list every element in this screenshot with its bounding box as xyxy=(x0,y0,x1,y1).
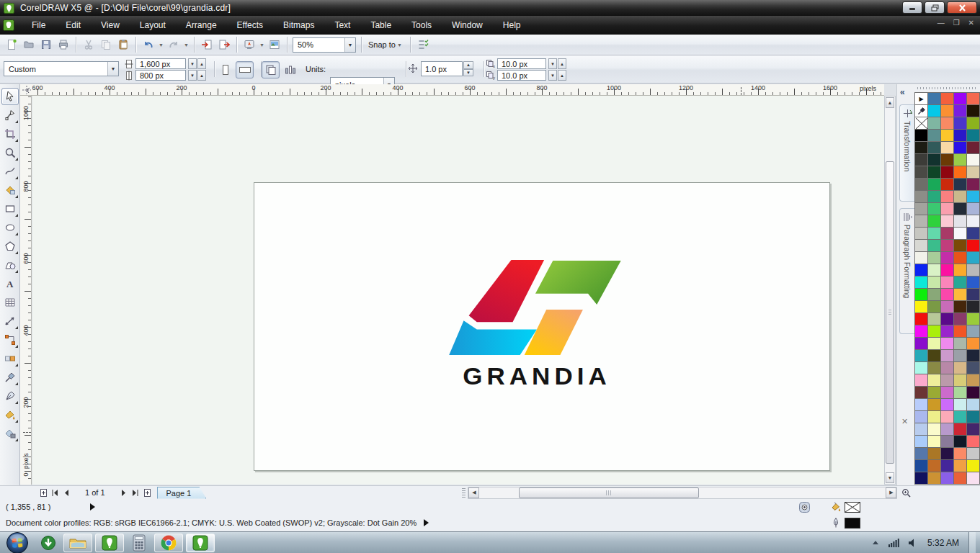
color-swatch[interactable] xyxy=(953,117,967,130)
color-swatch[interactable] xyxy=(927,190,941,203)
fill-color-indicator[interactable] xyxy=(830,501,860,513)
menu-bitmaps[interactable]: Bitmaps xyxy=(273,16,324,35)
color-swatch[interactable] xyxy=(953,239,967,252)
color-swatch[interactable] xyxy=(914,239,928,252)
tool-ellipse[interactable] xyxy=(1,219,19,236)
menu-view[interactable]: View xyxy=(91,16,130,35)
color-swatch[interactable] xyxy=(927,459,941,472)
docker-tab-transformation[interactable]: Transformation xyxy=(899,104,914,202)
tool-pick[interactable] xyxy=(1,88,19,105)
color-swatch[interactable] xyxy=(940,288,954,301)
color-swatch[interactable] xyxy=(966,349,980,362)
color-swatch[interactable] xyxy=(953,361,967,374)
color-swatch[interactable] xyxy=(940,153,954,166)
flyout-arrow-icon[interactable] xyxy=(15,251,18,254)
color-swatch[interactable] xyxy=(940,423,954,436)
color-swatch[interactable] xyxy=(953,435,967,448)
color-swatch[interactable] xyxy=(927,141,941,154)
color-swatch[interactable] xyxy=(966,104,980,117)
collapse-dockers-button[interactable]: « xyxy=(900,87,905,97)
zoom-navigator-button[interactable] xyxy=(900,487,912,498)
first-page-button[interactable] xyxy=(49,487,61,498)
color-swatch[interactable] xyxy=(966,337,980,350)
color-swatch[interactable] xyxy=(940,117,954,130)
color-swatch[interactable] xyxy=(914,361,928,374)
menu-help[interactable]: Help xyxy=(493,16,531,35)
color-swatch[interactable] xyxy=(940,435,954,448)
tool-connector[interactable] xyxy=(1,331,19,349)
color-swatch[interactable] xyxy=(914,227,928,240)
flyout-arrow-icon[interactable] xyxy=(15,382,18,385)
color-swatch[interactable] xyxy=(914,264,928,276)
page-size-preset-combo[interactable]: Custom ▼ xyxy=(4,61,119,76)
tool-smart-fill[interactable] xyxy=(1,181,19,199)
docker-close-button[interactable]: ✕ xyxy=(901,417,908,426)
color-swatch[interactable] xyxy=(940,313,954,325)
color-swatch[interactable] xyxy=(927,264,941,276)
color-swatch[interactable] xyxy=(927,276,941,289)
color-swatch[interactable] xyxy=(966,423,980,436)
color-swatch[interactable] xyxy=(966,276,980,289)
grandia-logo-mark[interactable] xyxy=(447,258,626,356)
tool-zoom[interactable] xyxy=(1,144,19,161)
document-page[interactable]: GRANDIA xyxy=(254,182,830,471)
color-swatch[interactable] xyxy=(966,325,980,338)
taskbar-item-google-chrome[interactable] xyxy=(154,534,183,552)
color-swatch[interactable] xyxy=(940,251,954,264)
mdi-restore-button[interactable]: ❐ xyxy=(953,19,960,27)
color-swatch[interactable] xyxy=(940,166,954,179)
color-swatch[interactable] xyxy=(966,117,980,130)
color-swatch[interactable] xyxy=(966,300,980,313)
color-swatch[interactable] xyxy=(953,288,967,301)
scroll-down-arrow[interactable]: ▼ xyxy=(886,472,894,483)
color-swatch[interactable] xyxy=(940,325,954,338)
paper-height-field[interactable]: 800 px xyxy=(135,70,186,81)
color-swatch[interactable] xyxy=(966,190,980,203)
color-swatch[interactable] xyxy=(914,349,928,362)
landscape-button[interactable] xyxy=(236,61,254,78)
color-swatch[interactable] xyxy=(940,361,954,374)
color-swatch[interactable] xyxy=(927,166,941,179)
nudge-spinner[interactable]: ▲▼ xyxy=(463,61,473,76)
vertical-ruler[interactable]: 10008006004002000pixels xyxy=(20,96,32,485)
color-swatch[interactable] xyxy=(927,349,941,362)
color-swatch[interactable] xyxy=(966,435,980,448)
application-launcher-button[interactable] xyxy=(241,36,258,53)
color-swatch[interactable] xyxy=(927,239,941,252)
color-swatch[interactable] xyxy=(927,117,941,130)
color-swatch[interactable] xyxy=(966,410,980,423)
color-swatch[interactable] xyxy=(927,300,941,313)
tool-text[interactable]: A xyxy=(1,275,19,292)
flyout-arrow-icon[interactable] xyxy=(15,364,18,367)
color-swatch[interactable] xyxy=(953,447,967,460)
nudge-offset-field[interactable]: 1.0 px xyxy=(421,61,463,76)
zoom-level-combo[interactable]: 50%▼ xyxy=(293,37,356,53)
color-swatch[interactable] xyxy=(953,472,967,485)
color-swatch[interactable] xyxy=(953,251,967,264)
color-swatch[interactable] xyxy=(927,398,941,411)
menu-effects[interactable]: Effects xyxy=(227,16,273,35)
color-swatch[interactable] xyxy=(914,178,928,191)
v-scroll-thumb[interactable] xyxy=(886,161,894,464)
menu-table[interactable]: Table xyxy=(360,16,401,35)
current-page-button[interactable] xyxy=(281,61,299,78)
tool-blend[interactable] xyxy=(1,350,19,367)
menu-tools[interactable]: Tools xyxy=(401,16,442,35)
color-swatch[interactable] xyxy=(940,349,954,362)
color-swatch[interactable] xyxy=(940,447,954,460)
start-button[interactable] xyxy=(1,534,33,552)
tool-crop[interactable] xyxy=(1,125,19,143)
previous-page-button[interactable] xyxy=(61,487,72,498)
duplicate-y-field[interactable]: 10.0 px xyxy=(497,70,546,81)
color-swatch[interactable] xyxy=(914,215,928,228)
color-swatch[interactable] xyxy=(914,141,928,154)
flyout-arrow-icon[interactable] xyxy=(15,158,18,161)
color-swatch[interactable] xyxy=(953,227,967,240)
color-swatch[interactable] xyxy=(966,227,980,240)
color-swatch[interactable] xyxy=(927,178,941,191)
color-swatch[interactable] xyxy=(966,313,980,325)
volume-icon[interactable] xyxy=(909,539,918,547)
color-swatch[interactable] xyxy=(914,251,928,264)
color-swatch[interactable] xyxy=(927,251,941,264)
chevron-down-icon[interactable]: ▼ xyxy=(107,62,118,76)
